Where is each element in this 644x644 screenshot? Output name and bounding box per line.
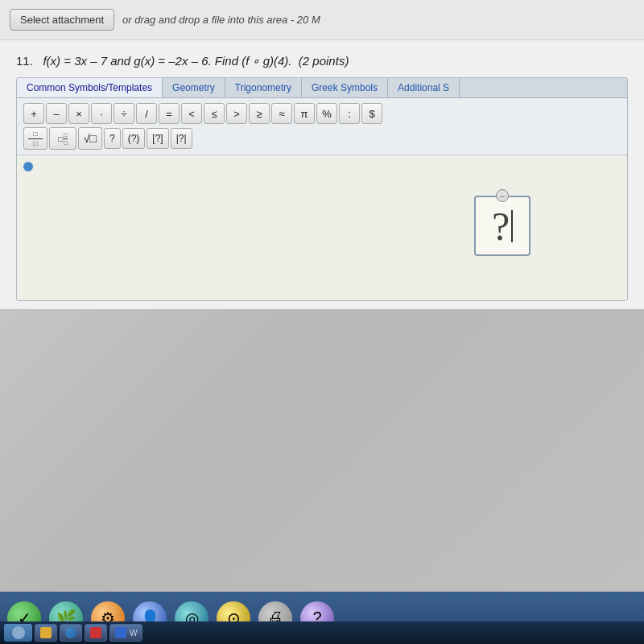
drag-drop-label: or drag and drop a file into this area -… (122, 14, 320, 26)
answer-area[interactable]: – ? (17, 155, 627, 300)
sym-slash[interactable]: / (136, 103, 157, 124)
tab-greek-symbols[interactable]: Greek Symbols (302, 78, 388, 97)
taskbar-app-ie[interactable] (60, 624, 82, 642)
sym-plus[interactable]: + (23, 103, 44, 124)
taskbar-bottom: W (0, 621, 644, 644)
question-text: 11. f(x) = 3x – 7 and g(x) = –2x – 6. Fi… (16, 52, 628, 69)
symbol-toolbar: + – × · ÷ / = < ≤ > ≥ ≈ π % : $ (17, 98, 627, 155)
sym-equals[interactable]: = (159, 103, 180, 124)
remove-box-button[interactable]: – (496, 189, 509, 202)
question-body: f(x) = 3x – 7 and g(x) = –2x – 6. Find (… (43, 54, 291, 68)
cursor-indicator (23, 162, 33, 171)
question-points: (2 points) (299, 54, 349, 68)
template-row: □ □ □ □ □ √□ ? (?) (23, 127, 621, 150)
sym-dollar[interactable]: $ (361, 103, 382, 124)
sym-colon[interactable]: : (339, 103, 360, 124)
sym-question-plain[interactable]: ? (104, 128, 121, 149)
sym-approx[interactable]: ≈ (271, 103, 292, 124)
answer-box-container: – ? (474, 196, 530, 256)
word-icon (115, 627, 126, 638)
answer-box-wrapper: – ? (474, 196, 530, 256)
tab-additional[interactable]: Additional S (388, 78, 460, 97)
sym-times[interactable]: × (68, 103, 89, 124)
tab-common-symbols[interactable]: Common Symbols/Templates (17, 78, 163, 97)
screen: Select attachment or drag and drop a fil… (0, 0, 644, 644)
tab-bar: Common Symbols/Templates Geometry Trigon… (17, 78, 627, 98)
sym-question-abs[interactable]: |?| (171, 128, 192, 149)
word-app-label: W (130, 629, 137, 638)
answer-placeholder: ? (492, 203, 510, 250)
sym-greater[interactable]: > (226, 103, 247, 124)
sym-geq[interactable]: ≥ (249, 103, 270, 124)
text-cursor (511, 210, 513, 242)
sym-sqrt[interactable]: √□ (78, 127, 102, 150)
sym-question-paren[interactable]: (?) (122, 128, 146, 149)
sym-fraction[interactable]: □ □ (23, 127, 47, 150)
tab-geometry[interactable]: Geometry (163, 78, 225, 97)
tab-trigonometry[interactable]: Trigonometry (225, 78, 302, 97)
top-bar: Select attachment or drag and drop a fil… (0, 0, 644, 40)
sym-dot[interactable]: · (91, 103, 112, 124)
math-editor: Common Symbols/Templates Geometry Trigon… (16, 77, 628, 301)
acrobat-icon (90, 627, 101, 638)
sym-less[interactable]: < (181, 103, 202, 124)
ie-icon (65, 627, 76, 638)
question-area: 11. f(x) = 3x – 7 and g(x) = –2x – 6. Fi… (0, 40, 644, 309)
start-icon (12, 626, 25, 639)
sym-pi[interactable]: π (294, 103, 315, 124)
sym-divide[interactable]: ÷ (114, 103, 134, 124)
sym-question-bracket[interactable]: [?] (147, 128, 168, 149)
question-number: 11. (16, 54, 33, 68)
sym-percent[interactable]: % (316, 103, 337, 124)
select-attachment-button[interactable]: Select attachment (10, 9, 114, 31)
sym-leq[interactable]: ≤ (204, 103, 225, 124)
folder-icon (40, 627, 52, 638)
taskbar-app-word[interactable]: W (109, 624, 142, 642)
sym-mixed-number[interactable]: □ □ □ (49, 127, 76, 150)
operator-row: + – × · ÷ / = < ≤ > ≥ ≈ π % : $ (23, 103, 621, 124)
taskbar-app-acrobat[interactable] (85, 624, 107, 642)
start-button[interactable] (4, 624, 32, 642)
taskbar-app-folder[interactable] (35, 624, 57, 642)
sym-minus[interactable]: – (46, 103, 67, 124)
answer-box[interactable]: ? (474, 196, 530, 256)
